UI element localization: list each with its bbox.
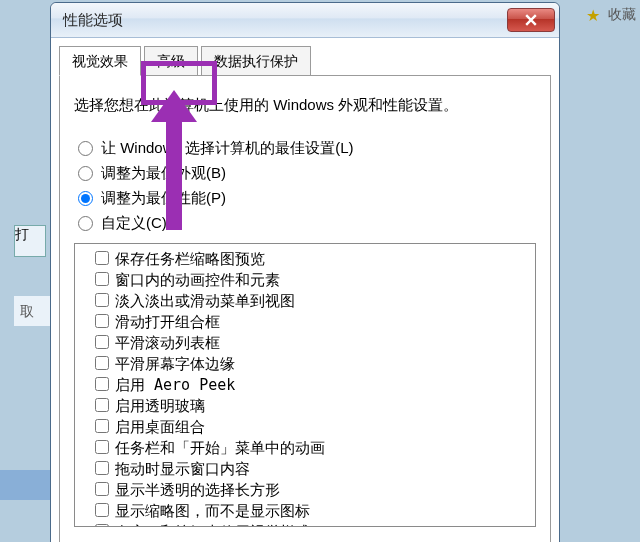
- effects-listbox[interactable]: 保存任务栏缩略图预览窗口内的动画控件和元素淡入淡出或滑动菜单到视图滑动打开组合框…: [74, 243, 536, 527]
- effect-checkbox[interactable]: [95, 251, 109, 265]
- effect-label: 滑动打开组合框: [115, 312, 220, 332]
- effect-checkbox[interactable]: [95, 293, 109, 307]
- favorite-label: 收藏: [608, 6, 636, 24]
- effect-label: 窗口内的动画控件和元素: [115, 270, 280, 290]
- radio-input[interactable]: [78, 166, 93, 181]
- effect-checkbox[interactable]: [95, 419, 109, 433]
- effect-item[interactable]: 在窗口和按钮上使用视觉样式: [95, 522, 529, 527]
- performance-options-dialog: 性能选项 视觉效果 高级 数据执行保护 选择您想在此计算机上使用的 Window…: [50, 2, 560, 542]
- radio-custom[interactable]: 自定义(C): [78, 214, 536, 233]
- radio-label: 调整为最佳性能(P): [101, 189, 226, 208]
- effect-label: 拖动时显示窗口内容: [115, 459, 250, 479]
- effect-checkbox[interactable]: [95, 461, 109, 475]
- effect-checkbox[interactable]: [95, 440, 109, 454]
- bg-button-2: 取: [14, 296, 50, 326]
- panel-description: 选择您想在此计算机上使用的 Windows 外观和性能设置。: [74, 96, 536, 115]
- effect-checkbox[interactable]: [95, 356, 109, 370]
- effect-item[interactable]: 启用透明玻璃: [95, 396, 529, 416]
- window-title: 性能选项: [63, 11, 507, 30]
- radio-let-windows-choose[interactable]: 让 Windows 选择计算机的最佳设置(L): [78, 139, 536, 158]
- tab-strip: 视觉效果 高级 数据执行保护: [59, 45, 551, 76]
- effect-item[interactable]: 启用 Aero Peek: [95, 375, 529, 395]
- radio-label: 自定义(C): [101, 214, 167, 233]
- effect-label: 显示半透明的选择长方形: [115, 480, 280, 500]
- radio-label: 让 Windows 选择计算机的最佳设置(L): [101, 139, 354, 158]
- tab-dep[interactable]: 数据执行保护: [201, 46, 311, 75]
- effect-label: 任务栏和「开始」菜单中的动画: [115, 438, 325, 458]
- close-icon: [525, 14, 537, 26]
- effect-checkbox[interactable]: [95, 377, 109, 391]
- effect-item[interactable]: 任务栏和「开始」菜单中的动画: [95, 438, 529, 458]
- effect-item[interactable]: 平滑滚动列表框: [95, 333, 529, 353]
- radio-input[interactable]: [78, 191, 93, 206]
- effect-item[interactable]: 淡入淡出或滑动菜单到视图: [95, 291, 529, 311]
- bg-strip: [0, 470, 50, 500]
- effect-checkbox[interactable]: [95, 398, 109, 412]
- effect-item[interactable]: 平滑屏幕字体边缘: [95, 354, 529, 374]
- effect-checkbox[interactable]: [95, 314, 109, 328]
- visual-effects-panel: 选择您想在此计算机上使用的 Windows 外观和性能设置。 让 Windows…: [59, 76, 551, 542]
- radio-group: 让 Windows 选择计算机的最佳设置(L) 调整为最佳外观(B) 调整为最佳…: [78, 139, 536, 233]
- effect-checkbox[interactable]: [95, 272, 109, 286]
- effect-checkbox[interactable]: [95, 503, 109, 517]
- radio-input[interactable]: [78, 216, 93, 231]
- effect-item[interactable]: 启用桌面组合: [95, 417, 529, 437]
- effect-item[interactable]: 滑动打开组合框: [95, 312, 529, 332]
- favorite-star-icon: ★: [586, 6, 600, 25]
- radio-label: 调整为最佳外观(B): [101, 164, 226, 183]
- effect-label: 平滑屏幕字体边缘: [115, 354, 235, 374]
- close-button[interactable]: [507, 8, 555, 32]
- effect-label: 启用桌面组合: [115, 417, 205, 437]
- effect-checkbox[interactable]: [95, 335, 109, 349]
- radio-input[interactable]: [78, 141, 93, 156]
- effect-label: 启用 Aero Peek: [115, 375, 235, 395]
- effect-label: 显示缩略图，而不是显示图标: [115, 501, 310, 521]
- tab-visual-effects[interactable]: 视觉效果: [59, 46, 141, 76]
- effect-label: 保存任务栏缩略图预览: [115, 249, 265, 269]
- effect-item[interactable]: 拖动时显示窗口内容: [95, 459, 529, 479]
- effect-checkbox[interactable]: [95, 482, 109, 496]
- effect-item[interactable]: 保存任务栏缩略图预览: [95, 249, 529, 269]
- effect-label: 平滑滚动列表框: [115, 333, 220, 353]
- effect-item[interactable]: 显示半透明的选择长方形: [95, 480, 529, 500]
- effect-checkbox[interactable]: [95, 524, 109, 527]
- effect-item[interactable]: 窗口内的动画控件和元素: [95, 270, 529, 290]
- radio-best-appearance[interactable]: 调整为最佳外观(B): [78, 164, 536, 183]
- effect-label: 启用透明玻璃: [115, 396, 205, 416]
- bg-button-1: 打: [14, 225, 46, 257]
- title-bar[interactable]: 性能选项: [51, 3, 559, 38]
- radio-best-performance[interactable]: 调整为最佳性能(P): [78, 189, 536, 208]
- tab-advanced[interactable]: 高级: [144, 46, 198, 75]
- effect-label: 在窗口和按钮上使用视觉样式: [115, 522, 310, 527]
- effect-label: 淡入淡出或滑动菜单到视图: [115, 291, 295, 311]
- effect-item[interactable]: 显示缩略图，而不是显示图标: [95, 501, 529, 521]
